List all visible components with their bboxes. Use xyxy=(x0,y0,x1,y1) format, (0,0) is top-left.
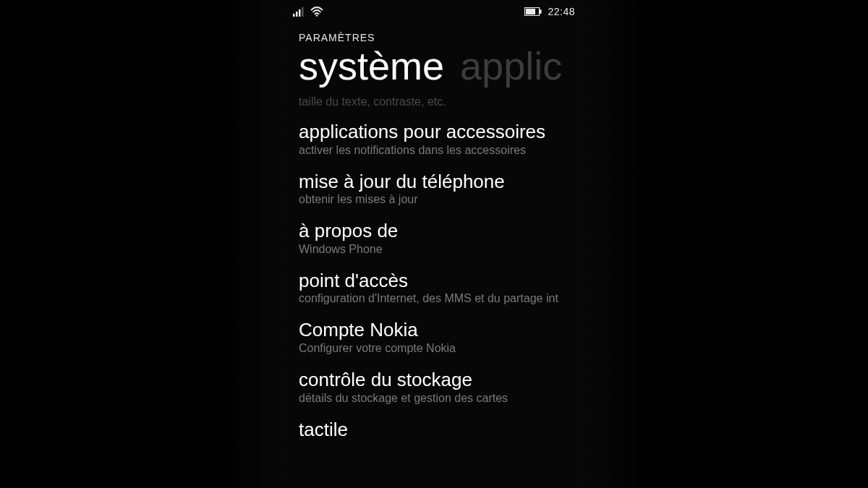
battery-icon xyxy=(524,7,542,16)
list-item-nokia-account[interactable]: Compte Nokia Configurer votre compte Nok… xyxy=(299,320,569,355)
status-clock: 22:48 xyxy=(548,6,575,17)
wifi-icon xyxy=(310,7,323,17)
stage: 22:48 PARAMÈTRES système applic taille d… xyxy=(0,0,868,488)
settings-list[interactable]: taille du texte, contraste, etc. applica… xyxy=(286,88,582,440)
list-item-accessory-apps[interactable]: applications pour accessoires activer le… xyxy=(299,121,569,157)
bg-gradient-right xyxy=(582,0,868,488)
svg-point-4 xyxy=(316,14,318,17)
svg-rect-2 xyxy=(299,9,301,17)
list-item-subtitle: détails du stockage et gestion des carte… xyxy=(299,392,569,405)
list-item-title: à propos de xyxy=(299,221,569,241)
list-item-title: tactile xyxy=(299,419,569,440)
breadcrumb: PARAMÈTRES xyxy=(299,32,569,43)
svg-rect-0 xyxy=(293,14,295,17)
list-item-subtitle: configuration d'Internet, des MMS et du … xyxy=(299,292,569,305)
signal-icon xyxy=(293,7,305,17)
list-item-subtitle: activer les notifications dans les acces… xyxy=(299,144,569,157)
list-item-subtitle: Configurer votre compte Nokia xyxy=(299,342,569,355)
bg-gradient-left xyxy=(0,0,286,488)
pivot-tab-applications[interactable]: applic xyxy=(460,43,562,88)
pivot[interactable]: système applic xyxy=(299,43,569,88)
list-item-phone-update[interactable]: mise à jour du téléphone obtenir les mis… xyxy=(299,171,569,207)
phone-screen: 22:48 PARAMÈTRES système applic taille d… xyxy=(286,0,582,488)
list-item-subtitle: obtenir les mises à jour xyxy=(299,193,569,206)
list-item-partial-sub: taille du texte, contraste, etc. xyxy=(299,95,569,108)
pivot-tab-system[interactable]: système xyxy=(299,43,444,88)
list-item-title: Compte Nokia xyxy=(299,320,569,341)
list-item-access-point[interactable]: point d'accès configuration d'Internet, … xyxy=(299,270,569,306)
list-item-subtitle: Windows Phone xyxy=(299,243,569,256)
svg-rect-1 xyxy=(296,12,298,17)
svg-rect-3 xyxy=(302,7,304,17)
list-item-about[interactable]: à propos de Windows Phone xyxy=(299,221,569,256)
list-item-touch[interactable]: tactile xyxy=(299,419,569,440)
svg-rect-7 xyxy=(526,9,535,14)
list-item-title: point d'accès xyxy=(299,270,569,291)
header: PARAMÈTRES système applic xyxy=(286,22,582,88)
list-item-storage-check[interactable]: contrôle du stockage détails du stockage… xyxy=(299,369,569,405)
list-item-title: contrôle du stockage xyxy=(299,369,569,390)
list-item-title: applications pour accessoires xyxy=(299,121,569,142)
status-bar: 22:48 xyxy=(286,0,582,22)
svg-rect-6 xyxy=(540,9,542,14)
list-item-title: mise à jour du téléphone xyxy=(299,171,569,192)
